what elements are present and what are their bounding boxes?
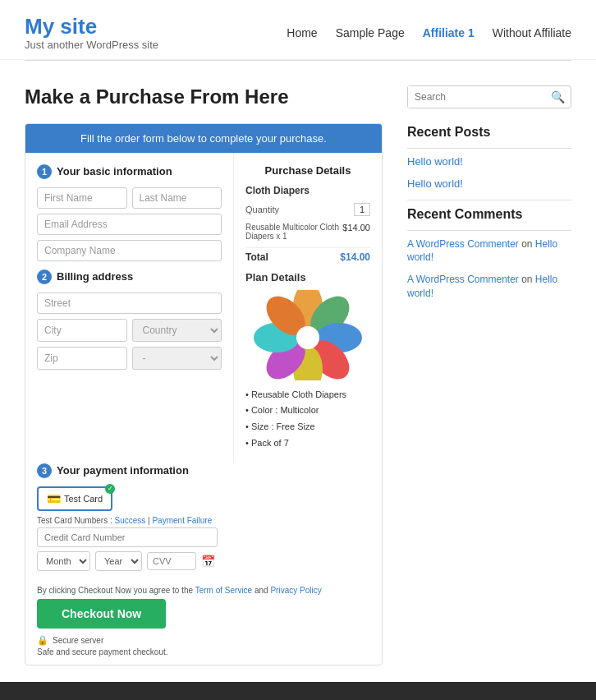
email-input[interactable] xyxy=(37,214,222,235)
check-badge: ✓ xyxy=(105,484,115,494)
terms-text: By clicking Checkout Now you agree to th… xyxy=(37,586,370,595)
nav-without-affiliate[interactable]: Without Affiliate xyxy=(493,26,571,39)
cc-number-input[interactable] xyxy=(37,527,218,547)
post-link-2[interactable]: Hello world! xyxy=(407,177,571,190)
comment-1: A WordPress Commenter on Hello world! xyxy=(407,237,571,265)
page-title: Make a Purchase From Here xyxy=(25,85,383,108)
commenter-link-2[interactable]: A WordPress Commenter xyxy=(407,274,519,285)
purchase-details: Purchase Details Cloth Diapers Quantity … xyxy=(234,153,382,463)
search-box: 🔍 xyxy=(407,85,571,108)
step1-label: Your basic information xyxy=(57,165,172,177)
payment-failure-link[interactable]: Payment Failure xyxy=(152,516,212,525)
svg-point-9 xyxy=(296,326,319,349)
purchase-details-title: Purchase Details xyxy=(245,164,370,177)
first-name-input[interactable] xyxy=(37,187,127,209)
item-label: Reusable Multicolor Cloth Diapers x 1 xyxy=(245,223,342,241)
item-price: $14.00 xyxy=(342,223,370,241)
cvv-input[interactable] xyxy=(147,552,196,570)
step1-circle: 1 xyxy=(37,164,52,179)
purchase-form-box: Fill the order form below to complete yo… xyxy=(25,123,383,665)
main-nav: Home Sample Page Affiliate 1 Without Aff… xyxy=(287,26,571,39)
privacy-link[interactable]: Privacy Policy xyxy=(270,586,321,595)
zip-input[interactable] xyxy=(37,347,127,370)
secure-server-text: Secure server xyxy=(53,636,103,645)
commenter-link-1[interactable]: A WordPress Commenter xyxy=(407,238,519,250)
secure-note: Safe and secure payment checkout. xyxy=(37,647,370,656)
bullet-3: Size : Free Size xyxy=(245,419,370,435)
form-header: Fill the order form below to complete yo… xyxy=(25,124,382,153)
test-card-button[interactable]: 💳 Test Card ✓ xyxy=(37,486,112,511)
step3-circle: 3 xyxy=(37,463,52,478)
recent-comments-title: Recent Comments xyxy=(407,207,571,222)
search-input[interactable] xyxy=(408,86,545,108)
card-icon: 💳 xyxy=(47,492,61,505)
site-header: My site Just another WordPress site Home… xyxy=(0,0,596,61)
plan-details-title: Plan Details xyxy=(245,271,370,283)
bullet-2: Color : Multicolor xyxy=(245,403,370,419)
search-button[interactable]: 🔍 xyxy=(545,86,571,108)
product-name: Cloth Diapers xyxy=(245,185,370,196)
lock-icon: 🔒 xyxy=(37,635,48,646)
state-select[interactable]: - xyxy=(132,347,222,370)
bullet-1: Reusable Cloth Diapers xyxy=(245,387,370,403)
street-input[interactable] xyxy=(37,292,222,314)
form-left: 1 Your basic information xyxy=(25,153,234,463)
year-select[interactable]: Year xyxy=(95,551,142,571)
recent-posts-title: Recent Posts xyxy=(407,125,571,140)
card-button-label: Test Card xyxy=(64,494,103,504)
site-branding: My site Just another WordPress site xyxy=(25,15,158,51)
sidebar: 🔍 Recent Posts Hello world! Hello world!… xyxy=(407,85,571,665)
quantity-value: 1 xyxy=(354,203,370,216)
step3-label: Your payment information xyxy=(57,464,189,477)
step2-circle: 2 xyxy=(37,269,52,284)
bullet-4: Pack of 7 xyxy=(245,435,370,452)
nav-affiliate1[interactable]: Affiliate 1 xyxy=(423,26,475,39)
city-input[interactable] xyxy=(37,319,127,342)
product-image xyxy=(250,290,365,380)
nav-sample-page[interactable]: Sample Page xyxy=(336,26,405,39)
secure-row: 🔒 Secure server xyxy=(37,635,370,646)
last-name-input[interactable] xyxy=(132,187,222,209)
country-select[interactable]: Country xyxy=(132,319,222,342)
nav-home[interactable]: Home xyxy=(287,26,317,39)
content-area: Make a Purchase From Here Fill the order… xyxy=(25,85,383,665)
calendar-icon[interactable]: 📅 xyxy=(201,555,215,568)
month-select[interactable]: Month xyxy=(37,551,90,571)
total-price: $14.00 xyxy=(340,251,370,263)
terms-link[interactable]: Term of Service xyxy=(195,586,252,595)
success-link[interactable]: Success xyxy=(114,516,145,525)
quantity-label: Quantity xyxy=(245,205,279,214)
site-tagline: Just another WordPress site xyxy=(25,39,158,51)
company-input[interactable] xyxy=(37,240,222,261)
footer: Colorway Theme Footer is widgetized. To … xyxy=(0,682,596,700)
site-title: My site xyxy=(25,15,158,39)
test-card-note: Test Card Numbers : Success | Payment Fa… xyxy=(37,516,370,525)
plan-bullets: Reusable Cloth Diapers Color : Multicolo… xyxy=(245,387,370,452)
comment-2: A WordPress Commenter on Hello world! xyxy=(407,273,571,301)
checkout-button[interactable]: Checkout Now xyxy=(37,599,166,629)
total-label: Total xyxy=(245,251,268,263)
payment-section: 3 Your payment information 💳 Test Card ✓… xyxy=(25,463,382,579)
post-link-1[interactable]: Hello world! xyxy=(407,155,571,168)
step2-label: Billing address xyxy=(57,270,133,283)
